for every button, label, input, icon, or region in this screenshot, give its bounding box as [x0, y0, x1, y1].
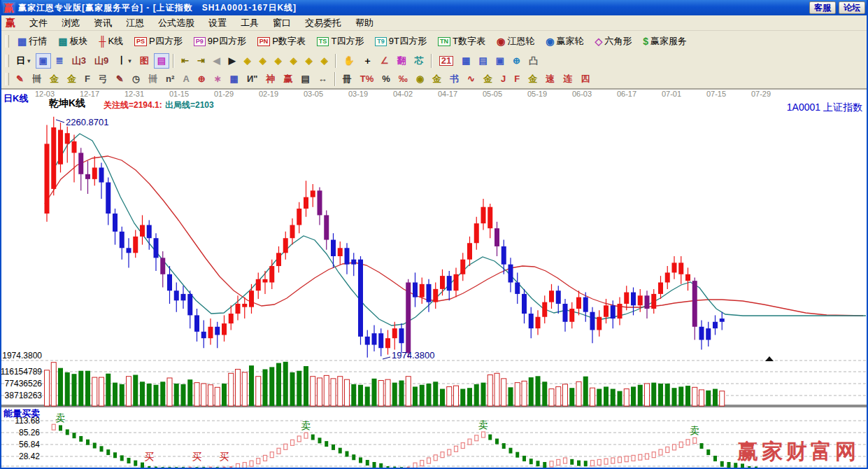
gann-arrow-all-button[interactable]: ◈	[318, 53, 332, 69]
gann-arrow-cross-button[interactable]: ◈	[302, 53, 316, 69]
body-tool-button[interactable]: 翻	[394, 53, 410, 69]
time-ruler-button[interactable]: 卌	[145, 71, 161, 87]
mini-chart-9-button[interactable]: 山9	[91, 53, 112, 69]
gann-arrow-right-button[interactable]: ◈	[256, 53, 270, 69]
quotes-button[interactable]: ▦行情	[13, 33, 52, 50]
gold-gate-2-button[interactable]: 金	[64, 71, 80, 87]
volume-bar	[338, 377, 343, 406]
next-stock-button[interactable]: ▶	[225, 53, 239, 69]
color-chart-button[interactable]: ▤	[154, 53, 169, 69]
gann-arrow-left-button[interactable]: ◈	[241, 53, 255, 69]
menu-browse[interactable]: 浏览	[55, 15, 87, 31]
indicator-bar-down	[100, 446, 104, 451]
menu-trade-order[interactable]: 交易委托	[298, 15, 348, 31]
axis-value-label: 77436526	[5, 379, 43, 388]
wave-w-button[interactable]: И"	[243, 71, 262, 87]
p-square-button[interactable]: PSP四方形	[129, 33, 187, 50]
angle-a-button[interactable]: A	[179, 71, 192, 87]
gold-level-icon: 金	[483, 74, 492, 85]
gann-arrow-h-button[interactable]: ◈	[271, 53, 285, 69]
quad-line-button[interactable]: 四	[577, 71, 593, 87]
link-line-button[interactable]: 连	[560, 71, 576, 87]
first-bar-button[interactable]: ⇤	[178, 53, 192, 69]
brain-tool-button[interactable]: 芯	[411, 53, 427, 69]
window-overlap-button[interactable]: ▣	[36, 53, 51, 69]
t-square-button[interactable]: TST四方形	[312, 33, 369, 50]
shen-tool-button[interactable]: 神	[262, 71, 278, 87]
manual-book-button[interactable]: 书	[446, 71, 462, 87]
menu-tools[interactable]: 工具	[234, 15, 266, 31]
grid-square-button[interactable]: ▦	[227, 71, 242, 87]
toolbar-separator	[334, 72, 336, 86]
menu-help[interactable]: 帮助	[348, 15, 380, 31]
quotes-icon: ▦	[17, 36, 27, 47]
last-bar-button[interactable]: ⇥	[194, 53, 208, 69]
clock-tool-button[interactable]: ◷	[129, 71, 143, 87]
crosshair-button[interactable]: ＋	[360, 53, 376, 69]
web-update-button[interactable]: ⊕	[509, 53, 524, 69]
f-line-button[interactable]: F	[511, 71, 523, 87]
indicator-dash	[209, 467, 212, 468]
9t-square-button[interactable]: T99T四方形	[370, 33, 432, 50]
indicator-bar-down	[495, 439, 499, 444]
period-daily-button[interactable]: 日▾	[13, 53, 34, 69]
save-button[interactable]: ▣	[492, 53, 508, 69]
pan-hand-button[interactable]: ✋	[340, 53, 358, 69]
kline-chart-canvas[interactable]: 12-0312-1712-3101-1501-2902-1903-0503-19…	[1, 90, 867, 468]
table-tool-button[interactable]: ▤	[297, 71, 313, 87]
menu-gann[interactable]: 江恩	[119, 15, 151, 31]
menu-file[interactable]: 文件	[22, 15, 55, 31]
gann-circle-button[interactable]: ⊕	[194, 71, 209, 87]
span-tool-button[interactable]: ↔	[315, 71, 331, 87]
square-n2-button[interactable]: n²	[162, 71, 178, 87]
win-tool-button[interactable]: 赢	[280, 71, 296, 87]
grid-ruler-button[interactable]: 卌	[29, 71, 45, 87]
sectors-button[interactable]: ▩板块	[53, 33, 92, 50]
hexagon-button[interactable]: ◇六角形	[590, 33, 636, 50]
mini-chart-3-button[interactable]: 山3	[69, 53, 90, 69]
menu-window[interactable]: 窗口	[266, 15, 298, 31]
winner-wheel-button[interactable]: ◉赢家轮	[541, 33, 588, 50]
kline-red-button[interactable]: 图	[136, 53, 152, 69]
info-list-button[interactable]: ≣	[52, 53, 67, 69]
fib-f-button[interactable]: F	[81, 71, 94, 87]
menu-news[interactable]: 资讯	[87, 15, 119, 31]
percent-line-button[interactable]: T%	[357, 71, 378, 87]
calendar-button[interactable]: 21	[436, 54, 457, 68]
speed-line-button[interactable]: 速	[542, 71, 558, 87]
9p-square-button[interactable]: P99P四方形	[189, 33, 251, 50]
gold-gate-button[interactable]: 金	[46, 71, 62, 87]
candle-style-button[interactable]: 〡▾	[113, 53, 135, 69]
gold-line-button[interactable]: 金	[429, 71, 445, 87]
star-tool-button[interactable]: ∗	[211, 71, 225, 87]
wave-tool-button[interactable]: ∿	[464, 71, 478, 87]
draw-pencil-button[interactable]: ✎	[13, 71, 27, 87]
gann-wheel-button[interactable]: ◉江恩轮	[492, 33, 539, 50]
permille-tool-button[interactable]: ‰	[395, 71, 411, 87]
gann-arrow-both-button[interactable]: ◈	[287, 53, 301, 69]
candle-body	[276, 253, 281, 266]
bow-tool-button[interactable]: 弓	[95, 71, 111, 87]
gold-circle-button[interactable]: ◉	[413, 71, 427, 87]
percent-tool-button[interactable]: %	[378, 71, 394, 87]
kline-button[interactable]: ╫K线	[94, 33, 128, 50]
notepad-button[interactable]: ▤	[476, 53, 491, 69]
calculator-button[interactable]: ▦	[458, 53, 474, 69]
customer-service-button[interactable]: 客服	[809, 1, 836, 14]
price-ruler-button[interactable]: 冊	[339, 71, 355, 87]
red-pencil-button[interactable]: ✎	[113, 71, 127, 87]
candle-body	[549, 290, 554, 302]
menu-formula-stock-pick[interactable]: 公式选股	[151, 15, 201, 31]
gold-angle-button[interactable]: 金	[525, 71, 541, 87]
angle-a-icon: A	[183, 74, 189, 85]
angle-tool-button[interactable]: ∠	[377, 53, 392, 69]
menu-settings[interactable]: 设置	[201, 15, 234, 31]
prev-stock-button[interactable]: ◀	[210, 53, 224, 69]
p-number-table-button[interactable]: PNP数字表	[252, 33, 311, 50]
winner-service-button[interactable]: $赢家服务	[638, 33, 692, 50]
gold-level-button[interactable]: 金	[480, 71, 496, 87]
forum-button[interactable]: 论坛	[839, 1, 865, 14]
t-number-table-button[interactable]: TNT数字表	[433, 33, 490, 50]
j-line-button[interactable]: J	[497, 71, 509, 87]
printer-button[interactable]: 凸	[525, 53, 541, 69]
